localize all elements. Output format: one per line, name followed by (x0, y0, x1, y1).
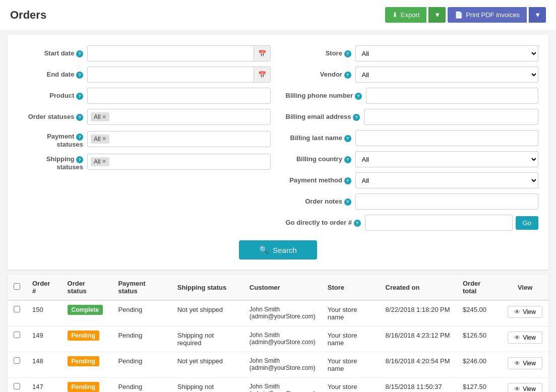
billing-email-input[interactable] (364, 109, 538, 125)
order-notes-input[interactable] (355, 193, 539, 210)
col-order-num: Order # (26, 275, 61, 300)
filter-left-col: Start date ? 📅 End date ? 📅 Produc (18, 45, 271, 231)
select-all-checkbox[interactable] (14, 283, 20, 290)
order-statuses-tag-remove[interactable]: ✕ (102, 114, 106, 120)
table-row: 149 Pending Pending Shipping not require… (8, 326, 548, 352)
export-button[interactable]: ⬇ Export (385, 7, 427, 23)
row-order-num: 147 (26, 378, 61, 393)
view-button[interactable]: 👁 View (508, 332, 542, 344)
vendor-row: Vendor ? All (286, 66, 539, 83)
shipping-statuses-help-icon[interactable]: ? (76, 156, 83, 163)
view-button[interactable]: 👁 View (508, 306, 542, 318)
start-date-input[interactable] (88, 46, 254, 61)
billing-country-help-icon[interactable]: ? (344, 156, 351, 163)
table-row: 147 Pending Pending Shipping not require… (8, 378, 548, 393)
row-shipping-status: Shipping not required (171, 326, 243, 352)
row-store: Your store name (322, 326, 380, 352)
view-button[interactable]: 👁 View (508, 357, 542, 369)
row-order-total: $127.50 (457, 378, 502, 393)
billing-last-name-help-icon[interactable]: ? (344, 135, 351, 142)
end-date-input[interactable] (88, 67, 254, 82)
col-shipping-status: Shipping status (171, 275, 243, 300)
payment-statuses-label: Payment ?statuses (18, 129, 83, 148)
col-order-status: Order status (61, 275, 112, 300)
row-order-status: Complete (61, 300, 112, 326)
product-input[interactable] (87, 88, 271, 104)
go-to-order-help-icon[interactable]: ? (354, 220, 361, 227)
col-store: Store (322, 275, 380, 300)
row-checkbox-1[interactable] (14, 332, 20, 338)
payment-method-select[interactable]: All (355, 172, 539, 188)
go-to-order-input[interactable] (365, 215, 513, 231)
search-button[interactable]: 🔍 Search (239, 240, 317, 259)
billing-country-select[interactable]: All (355, 151, 539, 167)
vendor-select[interactable]: All (355, 67, 539, 83)
shipping-statuses-tag-remove[interactable]: ✕ (102, 158, 106, 165)
row-checkbox-3[interactable] (14, 383, 20, 389)
billing-phone-input[interactable] (366, 88, 538, 104)
row-order-total: $246.00 (457, 352, 502, 378)
billing-email-help-icon[interactable]: ? (353, 114, 360, 121)
col-view: View (502, 275, 548, 300)
start-date-help-icon[interactable]: ? (76, 50, 83, 57)
payment-method-help-icon[interactable]: ? (344, 177, 351, 184)
payment-statuses-tag-remove[interactable]: ✕ (102, 136, 106, 142)
header-buttons: ⬇ Export ▼ 📄 Print PDF invoices ▼ (385, 7, 546, 23)
start-date-calendar-icon[interactable]: 📅 (254, 46, 270, 61)
billing-last-name-label: Billing last name ? (286, 134, 351, 142)
order-statuses-help-icon[interactable]: ? (76, 114, 83, 121)
start-date-label: Start date ? (18, 49, 83, 57)
shipping-statuses-input[interactable]: All ✕ (87, 154, 271, 170)
view-button[interactable]: 👁 View (508, 383, 542, 392)
search-button-wrapper: 🔍 Search (18, 240, 538, 259)
row-order-total: $126.50 (457, 326, 502, 352)
row-payment-status: Pending (112, 378, 171, 393)
shipping-statuses-row: Shipping ?statuses All ✕ (18, 152, 271, 171)
eye-icon: 👁 (514, 385, 520, 392)
row-checkbox-0[interactable] (14, 306, 20, 312)
order-status-badge: Pending (68, 356, 99, 366)
row-checkbox-cell (8, 352, 26, 378)
pdf-dropdown-button[interactable]: ▼ (529, 7, 546, 23)
go-to-order-row: Go directly to order # ? Go (286, 214, 539, 231)
row-created-on: 8/22/2018 1:18:20 PM (380, 300, 457, 326)
pdf-icon: 📄 (455, 11, 463, 19)
eye-icon: 👁 (514, 334, 520, 341)
row-payment-status: Pending (112, 352, 171, 378)
col-payment-status: Payment status (112, 275, 171, 300)
shipping-statuses-tag-all: All ✕ (91, 157, 109, 166)
order-notes-help-icon[interactable]: ? (344, 199, 351, 206)
end-date-help-icon[interactable]: ? (76, 72, 83, 79)
product-help-icon[interactable]: ? (76, 93, 83, 100)
payment-statuses-help-icon[interactable]: ? (76, 134, 83, 141)
order-notes-label: Order notes ? (286, 198, 351, 206)
row-customer: John Smith(admin@yourStore.com) (243, 352, 322, 378)
row-order-status: Pending (61, 326, 112, 352)
order-statuses-input[interactable]: All ✕ (87, 109, 271, 125)
select-all-header (8, 275, 26, 300)
product-row: Product ? (18, 87, 271, 104)
end-date-input-wrapper: 📅 (87, 67, 271, 83)
billing-country-row: Billing country ? All (286, 151, 539, 168)
go-button[interactable]: Go (516, 216, 538, 230)
start-date-row: Start date ? 📅 (18, 45, 271, 62)
product-label: Product ? (18, 92, 83, 100)
export-dropdown-button[interactable]: ▼ (428, 7, 446, 23)
end-date-calendar-icon[interactable]: 📅 (254, 67, 270, 82)
row-store: Your store name (322, 352, 380, 378)
shipping-statuses-label: Shipping ?statuses (18, 152, 83, 171)
row-checkbox-2[interactable] (14, 357, 20, 364)
filter-grid: Start date ? 📅 End date ? 📅 Produc (18, 45, 538, 231)
billing-last-name-input[interactable] (355, 130, 539, 146)
vendor-help-icon[interactable]: ? (344, 72, 351, 79)
row-customer: John Smith(admin@yourStore.com) (243, 378, 322, 393)
store-select[interactable]: All (355, 45, 539, 61)
order-status-badge: Pending (68, 331, 99, 341)
col-customer: Customer (243, 275, 322, 300)
store-help-icon[interactable]: ? (344, 50, 351, 57)
billing-phone-help-icon[interactable]: ? (355, 93, 362, 100)
row-store: Your store name (322, 378, 380, 393)
row-view-cell: 👁 View (502, 300, 548, 326)
payment-statuses-input[interactable]: All ✕ (87, 131, 271, 147)
print-pdf-button[interactable]: 📄 Print PDF invoices (448, 7, 527, 23)
